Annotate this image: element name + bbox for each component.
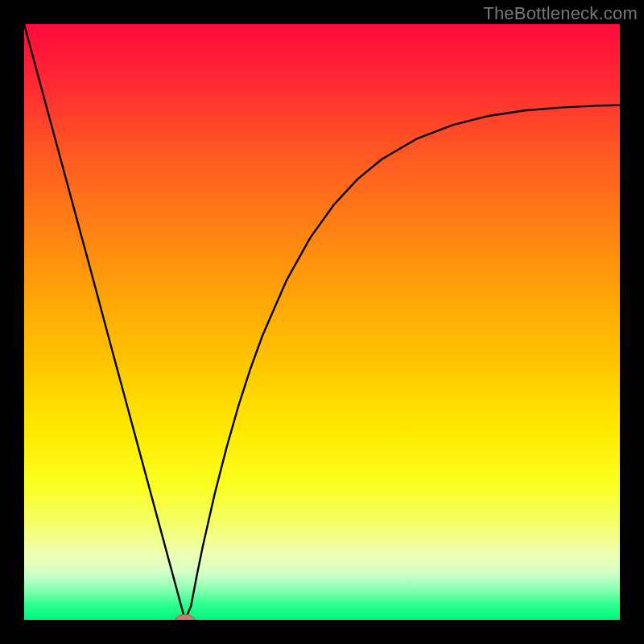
chart-svg — [24, 24, 620, 620]
bottleneck-curve — [24, 24, 620, 620]
watermark: TheBottleneck.com — [483, 3, 638, 24]
min-marker — [175, 614, 195, 620]
chart-frame: TheBottleneck.com — [0, 0, 644, 644]
plot-area — [24, 24, 620, 620]
